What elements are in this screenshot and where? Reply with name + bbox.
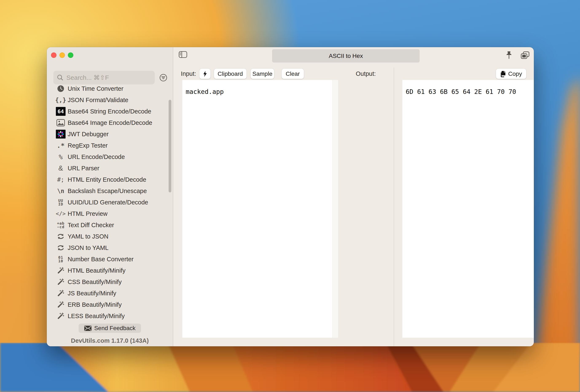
diff-icon: +ab-cd: [55, 221, 66, 229]
sidebar-item-base64-string-encode-decode[interactable]: 64Base64 String Encode/Decode: [47, 106, 170, 117]
filter-icon[interactable]: [159, 74, 167, 82]
clear-button-label: Clear: [286, 71, 300, 77]
sidebar-item-label: Base64 String Encode/Decode: [68, 108, 151, 115]
sidebar-item-json-format-validate[interactable]: {,}JSON Format/Validate: [47, 94, 170, 106]
sidebar-item-number-base-converter[interactable]: 0110Number Base Converter: [47, 253, 170, 265]
zoom-button[interactable]: [68, 52, 73, 58]
pin-icon[interactable]: [506, 51, 512, 61]
sidebar-item-label: Text Diff Checker: [68, 222, 114, 229]
sidebar-item-label: JSON Format/Validate: [68, 97, 128, 103]
sidebar: Search... ⌘⇧F Unix Time Converter{,}JSON…: [47, 47, 173, 346]
wand-icon: [55, 301, 66, 308]
send-feedback-label: Send Feedback: [94, 325, 136, 332]
base64-badge-icon: 64: [55, 107, 66, 116]
wallpaper-bottom-dunes: [0, 343, 580, 392]
sidebar-item-url-parser[interactable]: &URL Parser: [47, 163, 170, 174]
envelope-icon: [84, 325, 92, 331]
wand-icon: [55, 267, 66, 274]
clear-button[interactable]: Clear: [282, 69, 304, 79]
search-input[interactable]: Search... ⌘⇧F: [53, 71, 155, 85]
search-icon: [57, 74, 64, 81]
auto-detect-button[interactable]: [199, 69, 211, 79]
clipboard-button[interactable]: Clipboard: [214, 69, 247, 79]
sidebar-item-label: ERB Beautify/Minify: [68, 301, 122, 308]
sidebar-item-html-beautify-minify[interactable]: HTML Beautify/Minify: [47, 265, 170, 276]
close-button[interactable]: [51, 52, 56, 58]
desktop-wallpaper: Search... ⌘⇧F Unix Time Converter{,}JSON…: [0, 0, 580, 392]
sidebar-scrollbar[interactable]: [169, 100, 171, 193]
braces-icon: {,}: [55, 97, 66, 103]
sidebar-item-js-beautify-minify[interactable]: JS Beautify/Minify: [47, 288, 170, 299]
devutils-window: Search... ⌘⇧F Unix Time Converter{,}JSON…: [47, 47, 534, 346]
sidebar-item-html-preview[interactable]: </>HTML Preview: [47, 208, 170, 219]
search-placeholder: Search... ⌘⇧F: [66, 74, 109, 81]
sidebar-item-label: Base64 Image Encode/Decode: [68, 119, 152, 126]
input-text: macked.app: [182, 80, 332, 103]
swap-arrows-icon: [55, 233, 66, 240]
output-editor[interactable]: 6D 61 63 6B 65 64 2E 61 70 70: [402, 80, 534, 338]
binary-icon: 0110: [55, 256, 66, 263]
copy-button[interactable]: Copy: [496, 69, 526, 79]
sidebar-item-label: HTML Beautify/Minify: [68, 267, 126, 274]
tool-title-tab: ASCII to Hex: [272, 49, 420, 63]
sidebar-item-regexp-tester[interactable]: .*RegExp Tester: [47, 140, 170, 151]
sidebar-item-uuid-ulid-generate-decode[interactable]: UUIDUUID/ULID Generate/Decode: [47, 197, 170, 208]
output-text: 6D 61 63 6B 65 64 2E 61 70 70: [402, 80, 534, 103]
minimize-button[interactable]: [59, 52, 65, 58]
sidebar-item-label: JWT Debugger: [68, 131, 109, 138]
sidebar-item-less-beautify-minify[interactable]: LESS Beautify/Minify: [47, 310, 170, 322]
sidebar-item-base64-image-encode-decode[interactable]: Base64 Image Encode/Decode: [47, 117, 170, 128]
wand-icon: [55, 278, 66, 286]
main-pane: ASCII to Hex Input: ClipboardSampleClear: [173, 47, 534, 346]
sidebar-item-label: URL Encode/Decode: [68, 153, 125, 160]
sidebar-item-label: JS Beautify/Minify: [68, 290, 116, 297]
sidebar-item-label: Backslash Escape/Unescape: [68, 188, 147, 195]
window-controls: [51, 52, 73, 58]
sample-button-label: Sample: [253, 71, 273, 77]
pane-divider: [394, 67, 394, 346]
hash-semicolon-icon: #;: [55, 176, 66, 183]
sidebar-item-label: URL Parser: [68, 165, 99, 172]
jwt-badge-icon: [55, 130, 66, 139]
wand-icon: [55, 312, 66, 320]
sidebar-item-backslash-escape-unescape[interactable]: \nBackslash Escape/Unescape: [47, 185, 170, 197]
image-icon: [55, 119, 66, 126]
sidebar-item-unix-time-converter[interactable]: Unix Time Converter: [47, 83, 170, 94]
sidebar-item-label: Number Base Converter: [68, 256, 134, 263]
sidebar-item-label: RegExp Tester: [68, 142, 108, 149]
input-label: Input:: [181, 69, 196, 79]
swap-arrows-icon: [55, 244, 66, 251]
output-label: Output:: [356, 69, 376, 79]
tool-list: Unix Time Converter{,}JSON Format/Valida…: [47, 83, 170, 322]
copy-button-label: Copy: [508, 71, 522, 77]
percent-icon: %: [55, 153, 66, 161]
ampersand-icon: &: [55, 164, 66, 172]
sidebar-item-css-beautify-minify[interactable]: CSS Beautify/Minify: [47, 276, 170, 288]
send-feedback-button[interactable]: Send Feedback: [79, 324, 141, 333]
sidebar-item-label: CSS Beautify/Minify: [68, 279, 122, 286]
sidebar-item-label: LESS Beautify/Minify: [68, 313, 125, 320]
sidebar-item-erb-beautify-minify[interactable]: ERB Beautify/Minify: [47, 299, 170, 310]
copy-icon: [500, 71, 506, 77]
sidebar-item-jwt-debugger[interactable]: JWT Debugger: [47, 128, 170, 140]
sidebar-item-text-diff-checker[interactable]: +ab-cdText Diff Checker: [47, 219, 170, 231]
sidebar-item-html-entity-encode-decode[interactable]: #;HTML Entity Encode/Decode: [47, 174, 170, 185]
clock-icon: [55, 85, 66, 92]
app-version-label: DevUtils.com 1.17.0 (143A): [47, 337, 173, 344]
input-editor[interactable]: macked.app: [182, 80, 332, 338]
sidebar-item-url-encode-decode[interactable]: %URL Encode/Decode: [47, 151, 170, 163]
sidebar-item-label: JSON to YAML: [68, 244, 109, 251]
sidebar-item-label: UUID/ULID Generate/Decode: [68, 199, 148, 206]
sidebar-item-yaml-to-json[interactable]: YAML to JSON: [47, 231, 170, 242]
clipboard-button-label: Clipboard: [218, 71, 243, 77]
overlapping-windows-icon[interactable]: [521, 51, 530, 60]
sidebar-item-label: YAML to JSON: [68, 233, 108, 240]
toggle-sidebar-icon[interactable]: [179, 51, 187, 59]
backslash-n-icon: \n: [55, 188, 66, 195]
sidebar-item-label: HTML Entity Encode/Decode: [68, 176, 146, 183]
sample-button[interactable]: Sample: [251, 69, 274, 79]
input-editor-scrollbar[interactable]: [332, 80, 338, 338]
code-tags-icon: </>: [55, 210, 66, 217]
sidebar-item-label: HTML Preview: [68, 210, 108, 217]
sidebar-item-json-to-yaml[interactable]: JSON to YAML: [47, 242, 170, 253]
